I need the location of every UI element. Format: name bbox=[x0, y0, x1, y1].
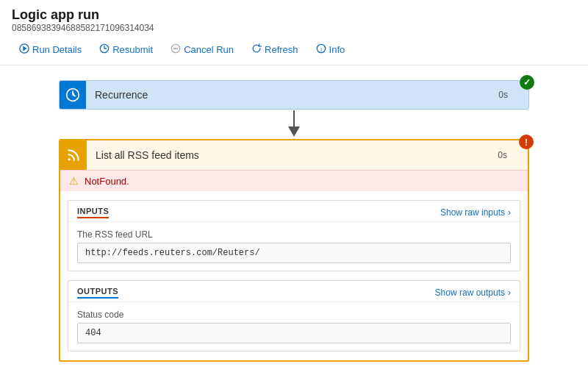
run-details-icon bbox=[19, 43, 29, 56]
not-found-row: ⚠ NotFound. bbox=[60, 170, 528, 191]
recurrence-card[interactable]: Recurrence 0s ✓ bbox=[59, 80, 529, 110]
inputs-header: INPUTS Show raw inputs › bbox=[68, 201, 520, 222]
recurrence-duration: 0s bbox=[498, 90, 528, 100]
run-details-button[interactable]: Run Details bbox=[12, 40, 89, 59]
recurrence-title: Recurrence bbox=[86, 89, 498, 101]
rss-duration: 0s bbox=[498, 150, 528, 160]
svg-point-10 bbox=[68, 158, 71, 160]
feed-url-value: http://feeds.reuters.com/Reuters/ bbox=[77, 243, 511, 263]
chevron-right-outputs-icon: › bbox=[508, 288, 511, 298]
rss-title: List all RSS feed items bbox=[87, 149, 498, 161]
status-code-label: Status code bbox=[77, 310, 511, 320]
svg-text:i: i bbox=[320, 46, 322, 53]
clock-icon bbox=[65, 88, 80, 102]
rss-header: List all RSS feed items 0s ! bbox=[60, 140, 528, 170]
resubmit-button[interactable]: Resubmit bbox=[92, 40, 160, 59]
svg-marker-9 bbox=[288, 126, 300, 137]
success-badge: ✓ bbox=[520, 75, 534, 90]
warning-icon: ⚠ bbox=[69, 175, 79, 187]
recurrence-block[interactable]: Recurrence 0s ✓ bbox=[59, 80, 529, 110]
refresh-button[interactable]: Refresh bbox=[244, 40, 306, 59]
inputs-body: The RSS feed URL http://feeds.reuters.co… bbox=[68, 222, 520, 271]
outputs-body: Status code 404 bbox=[68, 302, 520, 351]
run-id: 08586938394688582171096314034 bbox=[12, 23, 576, 33]
refresh-icon bbox=[251, 43, 262, 56]
show-raw-inputs-link[interactable]: Show raw inputs › bbox=[440, 207, 511, 218]
arrow-down-icon bbox=[283, 110, 305, 138]
error-message: NotFound. bbox=[85, 176, 129, 187]
canvas: Recurrence 0s ✓ List all RSS feed items … bbox=[0, 65, 588, 375]
arrow-connector bbox=[59, 110, 529, 139]
cancel-run-button[interactable]: Cancel Run bbox=[163, 40, 241, 59]
page-title: Logic app run bbox=[12, 7, 576, 23]
inputs-label: INPUTS bbox=[77, 207, 109, 218]
toolbar: Run Details Resubmit Cancel Run Refresh … bbox=[0, 38, 588, 65]
recurrence-icon-box bbox=[60, 81, 86, 109]
rss-icon-box bbox=[60, 140, 87, 170]
chevron-right-icon: › bbox=[508, 207, 511, 218]
status-code-value: 404 bbox=[77, 323, 511, 343]
outputs-header: OUTPUTS Show raw outputs › bbox=[68, 281, 520, 302]
info-button[interactable]: i Info bbox=[309, 40, 353, 59]
cancel-icon bbox=[171, 43, 181, 56]
rss-icon bbox=[66, 148, 81, 162]
rss-block[interactable]: List all RSS feed items 0s ! ⚠ NotFound.… bbox=[59, 139, 529, 362]
inputs-section: INPUTS Show raw inputs › The RSS feed UR… bbox=[68, 200, 520, 271]
page-header: Logic app run 08586938394688582171096314… bbox=[0, 0, 588, 33]
outputs-label: OUTPUTS bbox=[77, 287, 118, 299]
svg-marker-1 bbox=[23, 46, 26, 51]
feed-url-label: The RSS feed URL bbox=[77, 229, 511, 240]
error-badge: ! bbox=[519, 135, 534, 149]
show-raw-outputs-link[interactable]: Show raw outputs › bbox=[435, 288, 511, 298]
resubmit-icon bbox=[99, 43, 110, 56]
info-icon: i bbox=[316, 43, 326, 56]
outputs-section: OUTPUTS Show raw outputs › Status code 4… bbox=[68, 280, 520, 351]
